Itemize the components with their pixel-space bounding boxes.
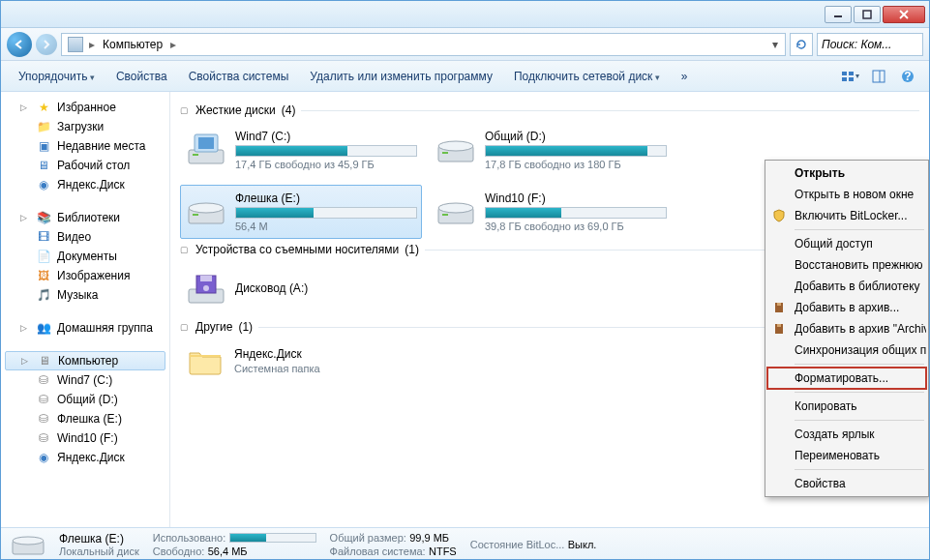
libraries-group[interactable]: ▷📚Библиотеки (1, 208, 169, 227)
computer-group[interactable]: ▷🖥Компьютер (5, 351, 165, 370)
archive-icon (771, 321, 787, 337)
drive-icon (11, 525, 45, 561)
drive-icon: ⛁ (36, 392, 51, 407)
ctx-copy[interactable]: Копировать (767, 396, 926, 417)
nav-bar: ▸ Компьютер ▸ ▾ Поиск: Ком... (1, 28, 929, 61)
svg-rect-13 (193, 154, 198, 156)
archive-icon (771, 300, 787, 315)
svg-rect-21 (193, 214, 198, 216)
computer-icon (68, 37, 83, 52)
svg-point-20 (189, 203, 224, 213)
ctx-addlib[interactable]: Добавить в библиотеку (767, 276, 926, 297)
yadisk-folder[interactable]: Яндекс.ДискСистемная папка (180, 339, 422, 382)
star-icon: ★ (36, 100, 51, 115)
drive-f[interactable]: Wind10 (F:)39,8 ГБ свободно из 69,0 ГБ (430, 185, 672, 239)
context-menu: Открыть Открыть в новом окне Включить Bi… (765, 160, 929, 497)
close-button[interactable] (883, 6, 925, 23)
status-name: Флешка (E:) (59, 532, 139, 545)
homegroup[interactable]: ▷👥Домашняя группа (1, 318, 169, 338)
svg-rect-24 (442, 214, 448, 216)
svg-rect-32 (777, 303, 781, 306)
nav-drive-d[interactable]: ⛁Общий (D:) (1, 390, 169, 409)
status-bar: Флешка (E:) Локальный диск Использовано:… (1, 527, 929, 560)
system-properties-button[interactable]: Свойства системы (179, 66, 299, 87)
svg-point-17 (438, 141, 473, 151)
libraries-icon: 📚 (36, 210, 51, 225)
drive-c[interactable]: Wind7 (C:)17,4 ГБ свободно из 45,9 ГБ (180, 123, 422, 177)
help-button[interactable]: ? (896, 65, 919, 88)
svg-point-23 (438, 203, 473, 213)
nav-drive-f[interactable]: ⛁Wind10 (F:) (1, 428, 169, 448)
drive-d[interactable]: Общий (D:)17,8 ГБ свободно из 180 ГБ (430, 123, 672, 177)
favorites-group[interactable]: ▷★Избранное (1, 98, 169, 117)
minimize-button[interactable] (825, 6, 852, 23)
nav-music[interactable]: 🎵Музыка (1, 285, 169, 305)
toolbar-overflow[interactable]: » (672, 66, 698, 87)
svg-rect-5 (849, 72, 854, 75)
video-icon: 🎞 (36, 229, 51, 245)
chevron-right-icon[interactable]: ▸ (168, 38, 178, 51)
disk-icon: ◉ (36, 450, 51, 465)
music-icon: 🎵 (36, 287, 51, 303)
nav-pictures[interactable]: 🖼Изображения (1, 266, 169, 285)
drive-icon (435, 192, 477, 231)
nav-desktop[interactable]: 🖥Рабочий стол (1, 156, 169, 175)
view-button[interactable]: ▾ (838, 65, 861, 88)
nav-yadisk2[interactable]: ◉Яндекс.Диск (1, 448, 169, 467)
forward-button[interactable] (36, 34, 57, 55)
svg-rect-7 (849, 77, 854, 81)
maximize-button[interactable] (854, 6, 881, 23)
chevron-right-icon[interactable]: ▸ (87, 38, 97, 51)
svg-rect-15 (198, 137, 214, 149)
ctx-addarch2[interactable]: Добавить в архив "Archiv (767, 318, 926, 339)
drive-dvd[interactable]: Дисковод (A:) (180, 262, 422, 316)
ctx-newwin[interactable]: Открыть в новом окне (767, 184, 926, 205)
breadcrumb-dropdown[interactable]: ▾ (767, 38, 783, 51)
breadcrumb[interactable]: ▸ Компьютер ▸ ▾ (61, 33, 786, 56)
nav-video[interactable]: 🎞Видео (1, 227, 169, 247)
nav-yadisk[interactable]: ◉Яндекс.Диск (1, 175, 169, 194)
organize-button[interactable]: Упорядочить (9, 66, 105, 87)
drive-e[interactable]: Флешка (E:)56,4 М (180, 185, 422, 239)
folder-icon (184, 341, 226, 380)
drive-icon (185, 192, 227, 231)
ctx-open[interactable]: Открыть (767, 162, 926, 184)
nav-downloads[interactable]: 📁Загрузки (1, 117, 169, 136)
preview-pane-button[interactable] (867, 65, 890, 88)
desktop-icon: 🖥 (36, 158, 51, 173)
nav-drive-c[interactable]: ⛁Wind7 (C:) (1, 370, 169, 390)
map-drive-button[interactable]: Подключить сетевой диск (504, 66, 670, 87)
svg-rect-1 (863, 11, 871, 18)
ctx-share[interactable]: Общий доступ (767, 233, 926, 254)
ctx-bitlocker[interactable]: Включить BitLocker... (767, 205, 926, 226)
svg-rect-8 (873, 71, 885, 82)
nav-documents[interactable]: 📄Документы (1, 247, 169, 266)
ctx-shortcut[interactable]: Создать ярлык (767, 424, 926, 445)
back-button[interactable] (7, 32, 32, 57)
svg-rect-27 (200, 276, 212, 281)
ctx-props[interactable]: Свойства (767, 473, 926, 494)
ctx-restore[interactable]: Восстановить прежнюю (767, 254, 926, 276)
titlebar (1, 1, 929, 28)
nav-drive-e[interactable]: ⛁Флешка (E:) (1, 409, 169, 428)
shield-icon (771, 208, 787, 223)
properties-button[interactable]: Свойства (106, 66, 177, 87)
ctx-sync[interactable]: Синхронизация общих п (767, 339, 926, 361)
ctx-rename[interactable]: Переименовать (767, 445, 926, 466)
ctx-format[interactable]: Форматировать... (767, 368, 926, 389)
search-input[interactable]: Поиск: Ком... (817, 33, 923, 56)
disk-icon: ◉ (36, 177, 51, 192)
drive-icon: ⛁ (36, 411, 51, 427)
breadcrumb-segment[interactable]: Компьютер (97, 34, 168, 55)
uninstall-button[interactable]: Удалить или изменить программу (300, 66, 502, 87)
ctx-addarch[interactable]: Добавить в архив... (767, 297, 926, 318)
group-hdd[interactable]: ▢Жесткие диски(4) (180, 103, 919, 117)
svg-text:?: ? (904, 70, 911, 83)
drive-icon (185, 131, 227, 169)
pictures-icon: 🖼 (36, 268, 51, 283)
svg-rect-34 (777, 324, 781, 327)
nav-recent[interactable]: ▣Недавние места (1, 136, 169, 156)
refresh-button[interactable] (790, 33, 813, 56)
nav-tree: ▷★Избранное 📁Загрузки ▣Недавние места 🖥Р… (1, 92, 170, 527)
drive-icon: ⛁ (36, 430, 51, 446)
